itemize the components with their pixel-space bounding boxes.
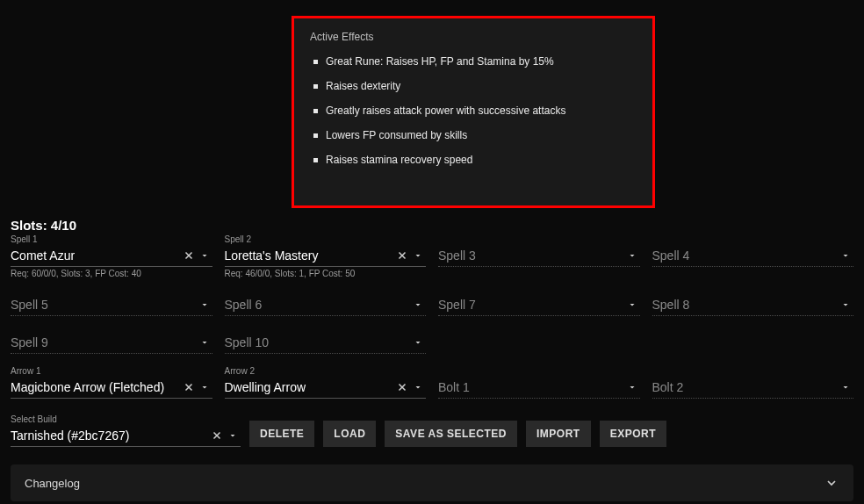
spell-cell: Spell 7 bbox=[438, 284, 640, 316]
spell-select[interactable]: Spell 5 bbox=[11, 293, 212, 316]
import-button[interactable]: IMPORT bbox=[526, 421, 591, 447]
chevron-down-icon[interactable] bbox=[838, 297, 853, 313]
ammo-select[interactable]: Magicbone Arrow (Fletched) bbox=[11, 376, 212, 399]
chevron-down-icon[interactable] bbox=[410, 297, 426, 313]
ammo-value: Bolt 1 bbox=[438, 380, 624, 394]
build-value: Tarnished (#2bc7267) bbox=[11, 428, 209, 443]
ammo-select[interactable]: Bolt 2 bbox=[652, 376, 854, 399]
spell-cell: Spell 8 bbox=[652, 284, 854, 316]
ammo-select[interactable]: Bolt 1 bbox=[438, 376, 640, 399]
spell-value: Spell 10 bbox=[225, 335, 411, 349]
chevron-down-icon[interactable] bbox=[838, 248, 853, 263]
spell-label: Spell 1 bbox=[11, 234, 212, 244]
export-button[interactable]: EXPORT bbox=[600, 421, 666, 447]
effect-item: Raises dexterity bbox=[310, 80, 637, 92]
effect-item: Lowers FP consumed by skills bbox=[310, 129, 637, 141]
spell-value: Spell 5 bbox=[11, 298, 197, 312]
active-effects-panel: Active Effects Great Rune: Raises HP, FP… bbox=[292, 16, 655, 208]
chevron-down-icon bbox=[824, 475, 839, 491]
save-as-selected-button[interactable]: SAVE AS SELECTED bbox=[385, 421, 517, 447]
spell-label: Spell 2 bbox=[225, 234, 427, 244]
chevron-down-icon[interactable] bbox=[410, 379, 426, 395]
spell-cell: Spell 2Loretta's MasteryReq: 46/0/0, Slo… bbox=[225, 234, 427, 278]
close-icon[interactable] bbox=[394, 379, 410, 395]
close-icon[interactable] bbox=[181, 248, 197, 263]
ammo-value: Magicbone Arrow (Fletched) bbox=[11, 380, 181, 394]
ammo-cell: Arrow 1Magicbone Arrow (Fletched) bbox=[11, 366, 212, 399]
chevron-down-icon[interactable] bbox=[838, 379, 853, 395]
spell-select[interactable]: Loretta's Mastery bbox=[225, 244, 427, 267]
chevron-down-icon[interactable] bbox=[624, 297, 640, 313]
spell-value: Spell 9 bbox=[11, 335, 197, 349]
close-icon[interactable] bbox=[181, 379, 197, 395]
ammo-cell: Bolt 2 bbox=[652, 366, 854, 399]
delete-button[interactable]: DELETE bbox=[249, 421, 314, 447]
spell-select[interactable]: Spell 7 bbox=[438, 293, 640, 316]
spell-value: Comet Azur bbox=[11, 248, 181, 263]
ammo-value: Dwelling Arrow bbox=[225, 380, 395, 394]
spell-value: Spell 3 bbox=[438, 248, 624, 263]
load-button[interactable]: LOAD bbox=[323, 421, 376, 447]
build-select[interactable]: Tarnished (#2bc7267) bbox=[11, 424, 241, 447]
spell-cell: Spell 1Comet AzurReq: 60/0/0, Slots: 3, … bbox=[11, 234, 212, 278]
chevron-down-icon[interactable] bbox=[624, 248, 640, 263]
ammo-value: Bolt 2 bbox=[652, 380, 839, 394]
chevron-down-icon[interactable] bbox=[197, 379, 212, 395]
build-label: Select Build bbox=[11, 414, 241, 424]
ammo-select[interactable]: Dwelling Arrow bbox=[225, 376, 427, 399]
spell-cell: Spell 6 bbox=[225, 284, 427, 316]
chevron-down-icon[interactable] bbox=[624, 379, 640, 395]
spell-grid: Spell 1Comet AzurReq: 60/0/0, Slots: 3, … bbox=[11, 234, 853, 354]
close-icon[interactable] bbox=[394, 248, 410, 263]
ammo-label: Arrow 2 bbox=[225, 366, 427, 376]
chevron-down-icon[interactable] bbox=[410, 248, 426, 263]
chevron-down-icon[interactable] bbox=[225, 428, 241, 443]
changelog-label: Changelog bbox=[25, 477, 80, 490]
spell-cell: Spell 9 bbox=[11, 321, 212, 354]
spell-select[interactable]: Spell 4 bbox=[652, 244, 854, 267]
effect-item: Great Rune: Raises HP, FP and Stamina by… bbox=[310, 55, 637, 68]
spell-req: Req: 60/0/0, Slots: 3, FP Cost: 40 bbox=[11, 269, 212, 278]
active-effects-list: Great Rune: Raises HP, FP and Stamina by… bbox=[310, 55, 637, 166]
ammo-cell: Bolt 1 bbox=[438, 366, 640, 399]
spell-value: Spell 8 bbox=[652, 298, 839, 312]
arrow-grid: Arrow 1Magicbone Arrow (Fletched)Arrow 2… bbox=[11, 366, 853, 399]
spell-select[interactable]: Spell 9 bbox=[11, 331, 212, 354]
effect-item: Greatly raises attack power with success… bbox=[310, 104, 637, 117]
spell-select[interactable]: Comet Azur bbox=[11, 244, 212, 267]
close-icon[interactable] bbox=[209, 428, 225, 443]
spell-cell: Spell 10 bbox=[225, 321, 427, 354]
spell-select[interactable]: Spell 3 bbox=[438, 244, 640, 267]
effect-item: Raises stamina recovery speed bbox=[310, 154, 637, 166]
spell-value: Spell 7 bbox=[438, 298, 624, 312]
spell-cell: Spell 4 bbox=[652, 234, 854, 278]
chevron-down-icon[interactable] bbox=[197, 335, 212, 350]
chevron-down-icon[interactable] bbox=[410, 335, 426, 350]
spell-cell: Spell 5 bbox=[11, 284, 212, 316]
spell-select[interactable]: Spell 8 bbox=[652, 293, 854, 316]
spell-value: Spell 4 bbox=[652, 248, 839, 263]
chevron-down-icon[interactable] bbox=[197, 297, 212, 313]
spell-value: Spell 6 bbox=[225, 298, 411, 312]
spell-cell: Spell 3 bbox=[438, 234, 640, 278]
slots-header: Slots: 4/10 bbox=[11, 218, 853, 233]
chevron-down-icon[interactable] bbox=[197, 248, 212, 263]
changelog-expander[interactable]: Changelog bbox=[11, 464, 853, 501]
ammo-cell: Arrow 2Dwelling Arrow bbox=[225, 366, 427, 399]
spell-req: Req: 46/0/0, Slots: 1, FP Cost: 50 bbox=[225, 269, 427, 278]
ammo-label: Arrow 1 bbox=[11, 366, 212, 376]
spell-select[interactable]: Spell 10 bbox=[225, 331, 427, 354]
spell-value: Loretta's Mastery bbox=[225, 248, 395, 263]
spell-select[interactable]: Spell 6 bbox=[225, 293, 427, 316]
active-effects-title: Active Effects bbox=[310, 31, 637, 43]
